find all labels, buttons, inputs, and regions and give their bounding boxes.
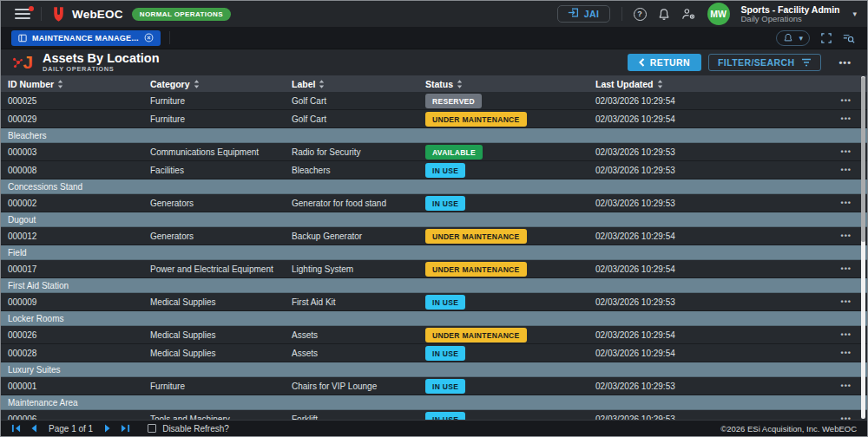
table-row[interactable]: 000009 Medical Supplies First Aid Kit IN…	[1, 293, 867, 311]
table-row[interactable]: 000006 Tools and Machinery Forklift IN U…	[1, 410, 867, 420]
table-row[interactable]: 000028 Medical Supplies Assets IN USE 02…	[1, 344, 867, 362]
pagination: Page 1 of 1	[11, 424, 130, 434]
cell-category: Communications Equipment	[143, 147, 285, 157]
filter-icon	[801, 58, 812, 67]
divider	[169, 31, 170, 44]
cell-id-number: 000028	[1, 349, 143, 358]
cell-status: RESERVED	[418, 94, 589, 108]
column-header-status[interactable]: Status	[418, 79, 589, 89]
footer-bar: Page 1 of 1 Disable Refresh? ©2026 ESi A…	[1, 420, 867, 436]
cell-category: Medical Supplies	[143, 297, 285, 307]
tab-maintenance-management[interactable]: MAINTENANCE MANAGE...	[11, 30, 161, 46]
cell-last-updated: 02/03/2026 10:29:53	[589, 382, 832, 391]
cell-id-number: 000001	[1, 382, 143, 391]
previous-page-button[interactable]	[30, 424, 37, 433]
location-group-row[interactable]: Concessions Stand	[1, 179, 867, 194]
sort-icon	[57, 80, 63, 88]
status-badge: AVAILABLE	[425, 145, 483, 160]
top-bar: WebEOC NORMAL OPERATIONS JAI ?	[1, 1, 867, 27]
cell-category: Furniture	[143, 114, 285, 124]
assets-board-logo-icon: J	[11, 52, 35, 73]
return-button[interactable]: RETURN	[628, 54, 701, 71]
location-group-row[interactable]: Bleachers	[1, 128, 867, 143]
cell-id-number: 000002	[1, 199, 143, 208]
table-row[interactable]: 000025 Furniture Golf Cart RESERVED 02/0…	[1, 92, 867, 110]
cell-status: IN USE	[418, 163, 589, 178]
table-row[interactable]: 000026 Medical Supplies Assets UNDER MAI…	[1, 326, 867, 344]
cell-id-number: 000026	[1, 330, 143, 340]
fullscreen-icon[interactable]	[821, 33, 832, 43]
user-avatar[interactable]: MW	[707, 3, 730, 25]
column-header-id-number[interactable]: ID Number	[1, 79, 143, 89]
table-header: ID Number Category Label Status Last Upd…	[1, 75, 867, 92]
location-group-label: Field	[8, 248, 27, 258]
help-icon[interactable]: ?	[634, 8, 647, 21]
cell-id-number: 000008	[1, 166, 143, 175]
column-header-last-updated[interactable]: Last Updated	[589, 79, 832, 89]
status-badge: IN USE	[425, 346, 465, 361]
cell-id-number: 000003	[1, 147, 143, 157]
location-group-row[interactable]: First Aid Station	[1, 278, 867, 293]
sort-icon	[194, 80, 200, 88]
status-badge: UNDER MAINTENANCE	[425, 328, 527, 342]
cell-last-updated: 02/03/2026 10:29:53	[589, 147, 832, 157]
cell-label: Lighting System	[285, 264, 418, 274]
cell-label: Radio for Security	[285, 147, 418, 157]
disable-refresh-checkbox[interactable]	[148, 424, 156, 433]
location-group-row[interactable]: Luxury Suites	[1, 362, 867, 377]
table-row[interactable]: 000003 Communications Equipment Radio fo…	[1, 143, 867, 161]
tab-close-icon[interactable]	[144, 30, 154, 46]
vertical-scrollbar[interactable]	[861, 76, 865, 419]
first-page-button[interactable]	[11, 424, 21, 433]
brand-title: WebEOC	[72, 8, 123, 21]
notification-dot	[29, 6, 34, 11]
column-header-category[interactable]: Category	[143, 79, 285, 89]
table-row[interactable]: 000002 Generators Generator for food sta…	[1, 194, 867, 212]
column-header-label[interactable]: Label	[285, 79, 418, 89]
filter-search-button[interactable]: FILTER/SEARCH	[708, 54, 821, 71]
location-group-row[interactable]: Locker Rooms	[1, 311, 867, 326]
control-panel-tab-bar: MAINTENANCE MANAGE... ▾	[1, 27, 867, 49]
board-more-button[interactable]: •••	[838, 57, 852, 68]
board-search-icon[interactable]	[843, 33, 855, 43]
status-badge: UNDER MAINTENANCE	[425, 262, 527, 277]
cell-label: First Aid Kit	[285, 297, 418, 307]
table-row[interactable]: 000001 Furniture Chairs for VIP Lounge I…	[1, 377, 867, 395]
status-badge: IN USE	[425, 196, 465, 211]
alert-settings-button[interactable]: ▾	[776, 30, 810, 46]
status-badge: IN USE	[425, 412, 465, 421]
location-group-row[interactable]: Maintenance Area	[1, 395, 867, 410]
board-header: J Assets By Location DAILY OPERATIONS RE…	[1, 49, 867, 75]
cell-id-number: 000009	[1, 297, 143, 307]
cell-label: Chairs for VIP Lounge	[285, 382, 418, 391]
operations-status-badge: NORMAL OPERATIONS	[132, 8, 231, 21]
hamburger-menu-icon[interactable]	[15, 9, 30, 19]
cell-label: Generator for food stand	[285, 199, 418, 208]
alert-caret-icon: ▾	[799, 34, 803, 42]
last-page-button[interactable]	[121, 424, 130, 433]
svg-text:J: J	[23, 52, 34, 72]
location-group-label: Bleachers	[8, 131, 46, 140]
scrollbar-thumb[interactable]	[861, 77, 865, 242]
user-admin-icon[interactable]	[681, 8, 696, 20]
table-row[interactable]: 000012 Generators Backup Generator UNDER…	[1, 227, 867, 245]
jai-signin-icon	[568, 7, 579, 21]
cell-last-updated: 02/03/2026 10:29:53	[589, 166, 832, 175]
table-row[interactable]: 000017 Power and Electrical Equipment Li…	[1, 260, 867, 278]
jai-button[interactable]: JAI	[557, 5, 610, 23]
page-title: Assets By Location	[43, 52, 160, 65]
cell-label: Bleachers	[285, 166, 418, 175]
user-info[interactable]: Sports - Facility Admin Daily Operations	[741, 4, 840, 24]
sort-icon	[657, 80, 663, 88]
status-badge: IN USE	[425, 163, 465, 178]
table-row[interactable]: 000008 Facilities Bleachers IN USE 02/03…	[1, 161, 867, 179]
location-group-row[interactable]: Field	[1, 245, 867, 260]
cell-status: IN USE	[418, 295, 589, 310]
next-page-button[interactable]	[104, 424, 111, 433]
cell-category: Furniture	[143, 382, 285, 391]
notifications-bell-icon[interactable]	[658, 8, 670, 21]
board-titles: Assets By Location DAILY OPERATIONS	[43, 52, 160, 73]
user-menu-caret-icon[interactable]: ▾	[852, 10, 857, 18]
location-group-row[interactable]: Dugout	[1, 212, 867, 227]
table-row[interactable]: 000029 Furniture Golf Cart UNDER MAINTEN…	[1, 110, 867, 128]
